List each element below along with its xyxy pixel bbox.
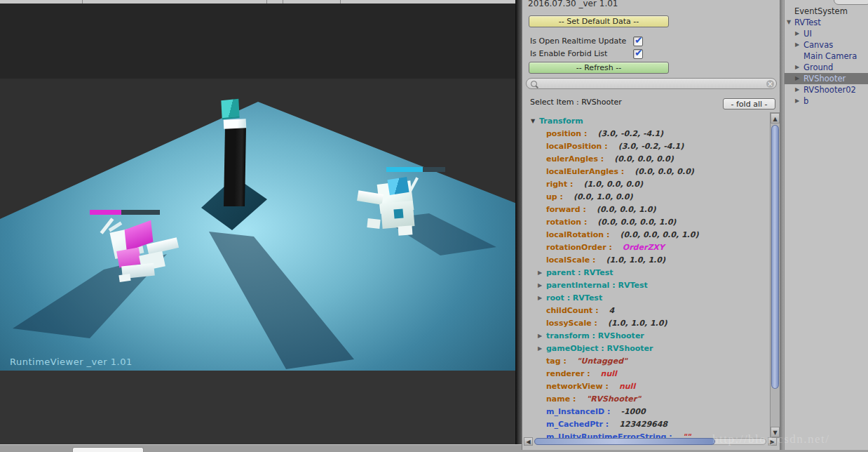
property-row: up :(0.0, 1.0, 0.0) xyxy=(522,191,632,204)
property-name: localEulerAngles : xyxy=(546,167,624,176)
hierarchy-search-box-remnant[interactable] xyxy=(834,0,868,5)
hierarchy-item-b[interactable]: ▶b xyxy=(785,95,868,107)
search-icon xyxy=(531,81,537,87)
property-name: rotationOrder : xyxy=(546,243,612,252)
tree-collapsed-icon[interactable]: ▶ xyxy=(795,73,799,84)
property-row: localScale :(1.0, 1.0, 1.0) xyxy=(522,254,665,267)
check-icon: ✔ xyxy=(635,47,643,58)
property-name: localRotation : xyxy=(546,230,609,239)
property-row: rotation :(0.0, 0.0, 0.0, 1.0) xyxy=(522,216,676,229)
inspector-horizontal-scrollbar: ◀ ▶ xyxy=(523,437,778,447)
right-player-cyan-patch xyxy=(393,208,403,218)
game-viewport[interactable]: RuntimeViewer _ver 1.01 xyxy=(0,0,517,444)
hierarchy-item-label: Main Camera xyxy=(803,51,857,62)
inspector-panel: 2016.07.30 _ver 1.01 -- Set Default Data… xyxy=(522,0,780,450)
hierarchy-item-label: UI xyxy=(803,28,812,39)
select-item-label: Select Item : RVShooter xyxy=(530,98,622,107)
inspector-search-box[interactable]: × xyxy=(526,78,777,89)
property-name: position : xyxy=(546,129,587,138)
clear-search-icon[interactable]: × xyxy=(766,80,774,88)
property-value: (0.0, 0.0, 0.0, 1.0) xyxy=(597,218,676,227)
right-player-character xyxy=(356,173,439,243)
ref-label: gameObject : RVShooter xyxy=(546,343,653,355)
tree-collapsed-icon[interactable]: ▶ xyxy=(795,39,799,51)
set-default-data-button[interactable]: -- Set Default Data -- xyxy=(529,15,669,27)
forbid-list-label: Is Enable Forbid List xyxy=(530,49,607,58)
right-player-foot xyxy=(367,218,380,229)
property-value: "Untagged" xyxy=(577,357,628,366)
tree-expanded-icon[interactable]: ▼ xyxy=(787,17,791,28)
hierarchy-item-ui[interactable]: ▶UI xyxy=(785,28,868,39)
taskbar-button[interactable] xyxy=(72,447,144,452)
forbid-list-checkbox[interactable]: ✔ xyxy=(633,49,643,59)
vertical-scrollbar-thumb[interactable] xyxy=(771,125,779,389)
hierarchy-item-eventsystem[interactable]: EventSystem xyxy=(785,6,868,17)
property-row: m_CachedPtr :123429648 xyxy=(522,418,667,431)
right-player-cyan-cube xyxy=(387,177,409,195)
property-row: localEulerAngles :(0.0, 0.0, 0.0) xyxy=(522,166,694,178)
property-row: renderer :null xyxy=(522,368,617,380)
hierarchy-item-ground[interactable]: ▶Ground xyxy=(785,62,868,73)
property-row: eulerAngles :(0.0, 0.0, 0.0) xyxy=(522,153,674,166)
ref-label: transform : RVShooter xyxy=(546,330,644,343)
left-player-health-fill xyxy=(90,210,121,215)
scroll-up-button[interactable]: ▲ xyxy=(771,113,780,124)
right-player-foot xyxy=(398,225,413,235)
property-row: childCount :4 xyxy=(522,305,614,317)
tree-collapsed-icon[interactable]: ▶ xyxy=(795,84,799,95)
hierarchy-item-main-camera[interactable]: Main Camera xyxy=(785,51,868,62)
inspector-vertical-scrollbar: ▲ ▼ xyxy=(770,112,780,438)
hierarchy-item-label: EventSystem xyxy=(794,6,848,17)
hierarchy-item-label: Canvas xyxy=(803,39,833,51)
property-name: right : xyxy=(546,180,573,189)
tree-collapsed-icon[interactable]: ▶ xyxy=(795,95,799,107)
tree-collapsed-icon[interactable]: ▶ xyxy=(795,28,799,39)
hierarchy-item-label: RVShooter xyxy=(803,73,846,84)
property-row: m_InstanceID :-1000 xyxy=(522,406,646,418)
property-value: (0.0, 0.0, 0.0) xyxy=(635,167,694,176)
viewport-lower-area xyxy=(0,371,517,444)
property-row: lossyScale :(1.0, 1.0, 1.0) xyxy=(522,317,667,330)
hierarchy-item-rvshooter02[interactable]: ▶RVShooter02 xyxy=(785,84,868,95)
property-value: (1.0, 0.0, 0.0) xyxy=(583,180,643,189)
tree-collapsed-icon[interactable]: ▶ xyxy=(795,62,799,73)
property-row: position :(3.0, -0.2, -4.1) xyxy=(522,128,663,140)
hierarchy-item-label: RVTest xyxy=(794,17,821,28)
hierarchy-item-rvtest[interactable]: ▼RVTest xyxy=(785,17,868,28)
property-value: (0.0, 0.0, 0.0, 1.0) xyxy=(620,230,698,239)
realtime-update-checkbox[interactable]: ✔ xyxy=(633,36,643,46)
property-list: ▼Transformposition :(3.0, -0.2, -4.1)loc… xyxy=(522,112,770,438)
foldout-collapsed-icon: ▶ xyxy=(538,279,542,292)
scroll-left-button[interactable]: ◀ xyxy=(524,437,533,446)
hierarchy-item-label: Ground xyxy=(803,62,833,73)
property-name: m_InstanceID : xyxy=(546,407,610,416)
inspector-hierarchy-divider xyxy=(780,0,784,450)
property-name: lossyScale : xyxy=(546,319,597,328)
property-value: (0.0, 0.0, 0.0) xyxy=(614,154,674,164)
property-row: tag :"Untagged" xyxy=(522,355,628,368)
property-name: tag : xyxy=(546,357,567,366)
fold-all-button[interactable]: - fold all - xyxy=(723,98,775,109)
scroll-right-button[interactable]: ▶ xyxy=(768,437,777,446)
property-value: OrderZXY xyxy=(623,243,665,252)
hierarchy-item-canvas[interactable]: ▶Canvas xyxy=(785,39,868,51)
property-name: localPosition : xyxy=(546,142,608,151)
property-value: 123429648 xyxy=(619,420,667,429)
ref-label: parentInternal : RVTest xyxy=(546,279,648,292)
right-player-health-fill xyxy=(386,167,423,172)
property-name: up : xyxy=(546,192,563,201)
property-row: forward :(0.0, 0.0, 1.0) xyxy=(522,204,656,216)
ref-label: root : RVTest xyxy=(546,292,602,305)
hierarchy-item-rvshooter[interactable]: ▶RVShooter xyxy=(785,73,868,84)
property-name: networkView : xyxy=(546,382,609,391)
property-value: (0.0, 0.0, 1.0) xyxy=(597,205,656,214)
property-name: name : xyxy=(546,394,576,404)
scroll-down-button[interactable]: ▼ xyxy=(771,427,780,437)
left-player-character xyxy=(97,213,184,286)
hierarchy-item-label: RVShooter02 xyxy=(803,84,856,95)
horizontal-scrollbar-thumb[interactable] xyxy=(534,438,715,445)
refresh-button[interactable]: -- Refresh -- xyxy=(529,62,669,74)
search-input[interactable] xyxy=(541,79,761,89)
viewport-inspector-divider xyxy=(515,0,522,444)
hierarchy-item-label: b xyxy=(803,95,808,107)
